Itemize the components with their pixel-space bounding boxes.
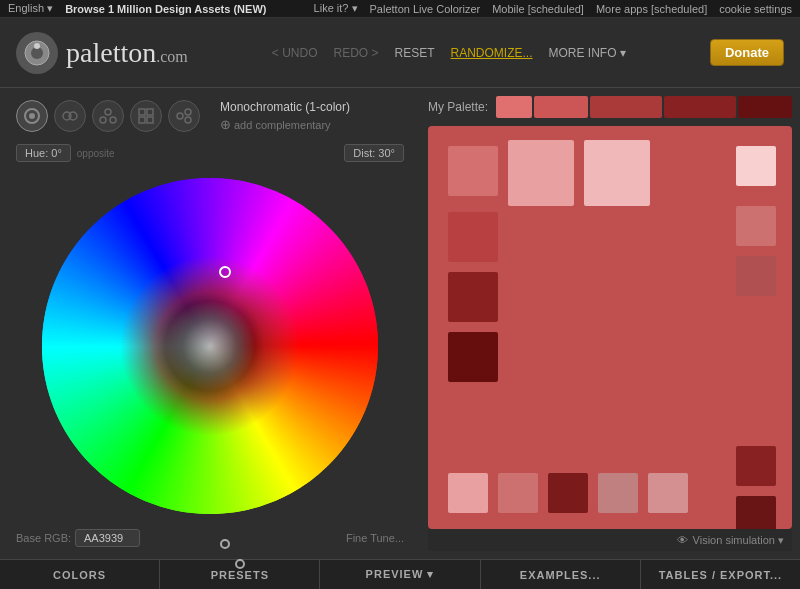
header: paletton.com < UNDO REDO > RESET RANDOMI… <box>0 18 800 88</box>
browse-link[interactable]: Browse 1 Million Design Assets (NEW) <box>65 3 266 15</box>
dist-box[interactable]: Dist: 30° <box>344 144 404 162</box>
palette-swatch-3[interactable] <box>590 96 662 118</box>
swatch-bl4[interactable] <box>598 473 638 513</box>
logo-icon <box>16 32 58 74</box>
swatch-mr2[interactable] <box>736 256 776 296</box>
logo: paletton.com <box>16 32 188 74</box>
color-wheel-area[interactable] <box>8 166 412 525</box>
svg-point-9 <box>110 117 116 123</box>
base-rgb-row: Base RGB: AA3939 Fine Tune... <box>8 525 412 551</box>
undo-button[interactable]: < UNDO <box>272 46 318 60</box>
hue-dist-row: Hue: 0° opposite Dist: 30° <box>8 140 412 166</box>
swatch-bl5[interactable] <box>648 473 688 513</box>
my-palette-row: My Palette: <box>428 96 792 118</box>
svg-rect-13 <box>147 117 153 123</box>
triad-mode-icon[interactable] <box>92 100 124 132</box>
base-rgb-value[interactable]: AA3939 <box>75 529 140 547</box>
randomize-button[interactable]: RANDOMIZE... <box>451 46 533 60</box>
palette-swatch-1[interactable] <box>496 96 532 118</box>
swatch-mr4[interactable] <box>736 496 776 529</box>
swatch-mr3[interactable] <box>736 446 776 486</box>
svg-point-8 <box>100 117 106 123</box>
swatch-bl1[interactable] <box>448 473 488 513</box>
color-wheel[interactable] <box>40 176 380 516</box>
main-area: Monochromatic (1-color) ⊕add complementa… <box>0 88 800 559</box>
tab-colors[interactable]: COLORS <box>0 560 160 589</box>
swatch-mr1[interactable] <box>736 206 776 246</box>
tab-preview[interactable]: PREVIEW ▾ <box>320 560 480 589</box>
mode-label: Monochromatic (1-color) <box>220 100 350 114</box>
mono-mode-icon[interactable] <box>16 100 48 132</box>
vision-simulation-label[interactable]: Vision simulation ▾ <box>693 534 784 547</box>
left-panel: Monochromatic (1-color) ⊕add complementa… <box>0 88 420 559</box>
more-info-button[interactable]: MORE INFO ▾ <box>549 46 626 60</box>
cookie-link[interactable]: cookie settings <box>719 3 792 15</box>
tab-examples[interactable]: EXAMPLES... <box>481 560 641 589</box>
color-grid[interactable] <box>428 126 792 529</box>
swatch-ml1[interactable] <box>448 212 498 262</box>
likeit-link[interactable]: Like it? ▾ <box>314 2 358 15</box>
reset-button[interactable]: RESET <box>395 46 435 60</box>
palette-swatch-5[interactable] <box>738 96 792 118</box>
swatch-tc-large[interactable] <box>508 140 574 206</box>
tab-tables-export[interactable]: TABLES / EXPORT... <box>641 560 800 589</box>
my-palette-label: My Palette: <box>428 100 488 114</box>
svg-rect-10 <box>139 109 145 115</box>
palette-bar <box>496 96 792 118</box>
svg-rect-11 <box>147 109 153 115</box>
swatch-bl2[interactable] <box>498 473 538 513</box>
color-mode-icons <box>8 100 208 132</box>
palette-swatch-4[interactable] <box>664 96 736 118</box>
add-complementary-btn[interactable]: ⊕add complementary <box>220 117 350 132</box>
svg-point-14 <box>177 113 183 119</box>
swatch-ml2[interactable] <box>448 272 498 322</box>
svg-point-15 <box>185 109 191 115</box>
palette-swatch-2[interactable] <box>534 96 588 118</box>
svg-point-4 <box>29 113 35 119</box>
free-mode-icon[interactable] <box>168 100 200 132</box>
svg-rect-12 <box>139 117 145 123</box>
opposite-label: opposite <box>77 148 115 159</box>
wheel-selector-dot-2[interactable] <box>220 539 230 549</box>
adjacent-mode-icon[interactable] <box>54 100 86 132</box>
top-navigation: English ▾ Browse 1 Million Design Assets… <box>0 0 800 18</box>
language-selector[interactable]: English ▾ <box>8 2 53 15</box>
svg-point-7 <box>105 109 111 115</box>
more-apps-link[interactable]: More apps [scheduled] <box>596 3 707 15</box>
bottom-tabs: COLORS PRESETS PREVIEW ▾ EXAMPLES... TAB… <box>0 559 800 589</box>
vision-row[interactable]: 👁 Vision simulation ▾ <box>428 529 792 551</box>
wheel-selector-dot-1[interactable] <box>219 266 231 278</box>
hue-box[interactable]: Hue: 0° <box>16 144 71 162</box>
wheel-selector-dot-3[interactable] <box>235 559 245 569</box>
svg-point-2 <box>34 43 40 49</box>
swatch-tc2-large[interactable] <box>584 140 650 206</box>
base-rgb-label: Base RGB: <box>16 532 71 544</box>
right-panel: My Palette: <box>420 88 800 559</box>
tetrad-mode-icon[interactable] <box>130 100 162 132</box>
eye-icon: 👁 <box>677 534 688 546</box>
logo-text: paletton.com <box>66 37 188 69</box>
mobile-link[interactable]: Mobile [scheduled] <box>492 3 584 15</box>
header-controls: < UNDO REDO > RESET RANDOMIZE... MORE IN… <box>272 46 626 60</box>
svg-point-16 <box>185 117 191 123</box>
swatch-tr-small[interactable] <box>736 146 776 186</box>
redo-button[interactable]: REDO > <box>333 46 378 60</box>
swatch-bl3[interactable] <box>548 473 588 513</box>
swatch-tl-large[interactable] <box>448 146 498 196</box>
svg-point-6 <box>69 112 77 120</box>
swatch-ml3[interactable] <box>448 332 498 382</box>
fine-tune-btn[interactable]: Fine Tune... <box>346 532 404 544</box>
donate-button[interactable]: Donate <box>710 39 784 66</box>
colorizer-link[interactable]: Paletton Live Colorizer <box>370 3 481 15</box>
